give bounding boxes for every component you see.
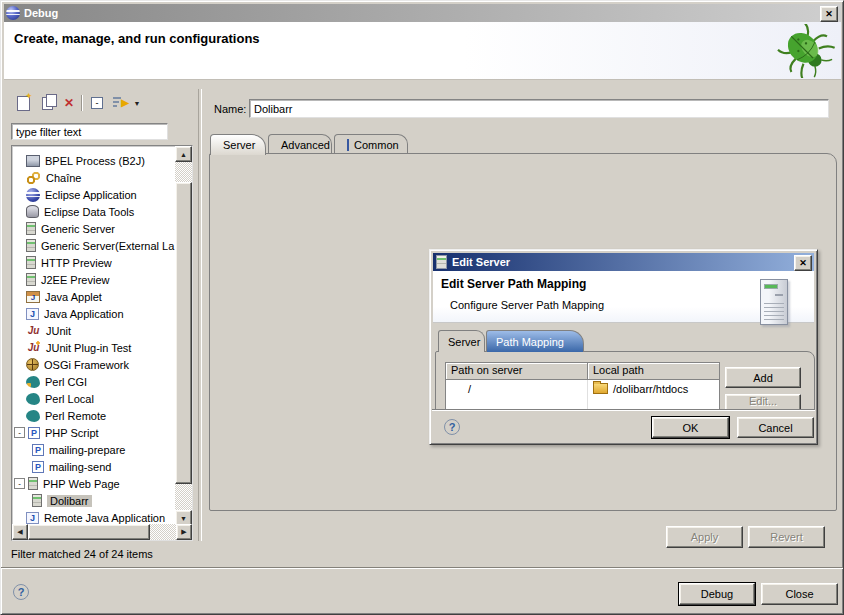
close-window-icon[interactable]: ✕	[820, 6, 838, 22]
column-header-path-on-server[interactable]: Path on server	[446, 363, 588, 380]
configurations-tree: BPEL Process (B2J) Chaîne Eclipse Applic…	[11, 145, 193, 541]
collapse-all-icon: -	[91, 97, 103, 109]
tree-item-chaine[interactable]: Chaîne	[14, 169, 176, 186]
tab-server[interactable]: Server	[210, 134, 266, 155]
tree-item-eclipse-data-tools[interactable]: Eclipse Data Tools	[14, 203, 176, 220]
path-mapping-content: Path on server Local path / /dolibarr/ht…	[430, 351, 819, 409]
tree-item-http-preview[interactable]: HTTP Preview	[14, 254, 176, 271]
help-icon[interactable]: ?	[444, 419, 460, 435]
filter-input[interactable]	[11, 123, 168, 140]
ok-button[interactable]: OK	[652, 417, 729, 438]
close-button[interactable]: Close	[761, 583, 838, 605]
apply-button[interactable]: Apply	[666, 526, 743, 548]
scrollbar-thumb[interactable]	[175, 182, 192, 484]
tree-item-label: Generic Server	[41, 223, 115, 235]
tree-item-label: Perl Remote	[45, 410, 106, 422]
perl-cgi-icon	[26, 376, 40, 388]
php-icon: P	[28, 427, 40, 439]
collapse-expander-icon[interactable]: -	[14, 478, 25, 489]
new-configuration-button[interactable]: ✦	[13, 93, 33, 113]
tree-item-bpel-process[interactable]: BPEL Process (B2J)	[14, 152, 176, 169]
debug-button[interactable]: Debug	[679, 583, 755, 605]
tree-item-java-application[interactable]: JJava Application	[14, 305, 176, 322]
tab-label: Path Mapping	[496, 336, 564, 348]
php-icon: P	[32, 461, 44, 473]
add-mapping-button[interactable]: Add	[725, 367, 801, 388]
folder-icon	[593, 383, 608, 394]
tree-item-mailing-send[interactable]: Pmailing-send	[14, 458, 193, 475]
duplicate-configuration-button[interactable]	[37, 93, 57, 113]
filter-button[interactable]: ▶	[109, 93, 131, 113]
tree-item-label: JUnit	[46, 325, 71, 337]
tree-item-junit-plugin-test[interactable]: JuJUnit Plug-in Test	[14, 339, 176, 356]
table-row[interactable]: / /dolibarr/htdocs	[446, 380, 719, 397]
close-dialog-icon[interactable]: ✕	[794, 255, 812, 271]
tab-common[interactable]: Common	[334, 134, 408, 154]
collapse-all-button[interactable]: -	[87, 93, 107, 113]
tree-item-label: mailing-send	[49, 461, 111, 473]
tree-horizontal-scrollbar[interactable]: ◀ ▶	[12, 524, 192, 540]
edit-mapping-button[interactable]: Edit...	[725, 394, 801, 409]
toolbar-separator	[81, 95, 83, 111]
edit-server-heading: Edit Server Path Mapping	[441, 277, 586, 291]
scroll-left-icon[interactable]: ◀	[12, 524, 28, 540]
scroll-right-icon[interactable]: ▶	[176, 524, 192, 540]
tree-item-generic-server[interactable]: Generic Server	[14, 220, 176, 237]
tree-item-label: Java Application	[44, 308, 124, 320]
tree-item-dolibarr[interactable]: Dolibarr	[14, 492, 193, 509]
scrollbar-track[interactable]	[175, 484, 192, 510]
title-bar[interactable]: Debug ✕	[4, 4, 841, 22]
filter-status-text: Filter matched 24 of 24 items	[11, 548, 153, 560]
panel-sash[interactable]	[198, 89, 202, 541]
scroll-up-icon[interactable]: ▲	[175, 146, 192, 162]
junit-plugin-icon: Ju	[26, 341, 41, 354]
tree-item-php-script[interactable]: -PPHP Script	[14, 424, 176, 441]
tree-item-perl-remote[interactable]: Perl Remote	[14, 407, 176, 424]
scrollbar-thumb[interactable]	[28, 524, 150, 540]
database-icon	[26, 205, 39, 218]
server-path-cell: /	[446, 380, 588, 397]
tree-item-perl-local[interactable]: Perl Local	[14, 390, 176, 407]
eclipse-icon	[6, 6, 20, 20]
cancel-button[interactable]: Cancel	[737, 417, 814, 438]
tree-item-java-applet[interactable]: JJava Applet	[14, 288, 176, 305]
tree-item-label: Eclipse Application	[45, 189, 137, 201]
tab-server-settings[interactable]: Server	[438, 330, 485, 352]
dialog-button-separator	[432, 409, 815, 411]
tab-path-mapping[interactable]: Path Mapping	[486, 330, 584, 352]
tree-item-php-web-page[interactable]: -PHP Web Page	[14, 475, 176, 492]
tab-label: Common	[354, 139, 399, 151]
scrollbar-track[interactable]	[150, 524, 176, 540]
star-glyph: ✦	[25, 91, 33, 101]
server-icon	[28, 477, 38, 490]
tree-item-mailing-prepare[interactable]: Pmailing-prepare	[14, 441, 193, 458]
tree-item-perl-cgi[interactable]: Perl CGI	[14, 373, 176, 390]
perl-icon	[26, 410, 40, 422]
tree-vertical-scrollbar[interactable]: ▲ ▼	[175, 146, 192, 526]
tree-item-j2ee-preview[interactable]: J2EE Preview	[14, 271, 176, 288]
tree-item-junit[interactable]: JuJUnit	[14, 322, 176, 339]
tree-item-osgi-framework[interactable]: OSGi Framework	[14, 356, 176, 373]
osgi-icon	[26, 358, 39, 371]
tree-item-eclipse-application[interactable]: Eclipse Application	[14, 186, 176, 203]
tree-item-label: Remote Java Application	[44, 512, 165, 524]
delete-configuration-button[interactable]: ✕	[59, 93, 79, 113]
column-header-local-path[interactable]: Local path	[588, 363, 719, 380]
revert-button[interactable]: Revert	[748, 526, 825, 548]
collapse-expander-icon[interactable]: -	[14, 427, 25, 438]
name-label: Name:	[214, 103, 246, 115]
tab-advanced[interactable]: Advanced	[268, 134, 332, 154]
name-input[interactable]	[249, 99, 829, 118]
edit-server-dialog: Edit Server ✕ Edit Server Path Mapping C…	[429, 249, 818, 445]
help-icon[interactable]: ?	[13, 584, 29, 600]
edit-server-title-bar[interactable]: Edit Server ✕	[433, 253, 814, 271]
scrollbar-track[interactable]	[175, 162, 192, 182]
footer-separator	[1, 567, 844, 569]
tree-item-label: PHP Script	[45, 427, 99, 439]
toolbar-menu-button[interactable]: ▼	[131, 93, 143, 113]
bug-icon	[777, 24, 835, 78]
bpel-process-icon	[26, 155, 40, 167]
server-icon	[26, 239, 36, 252]
duplicate-icon	[42, 97, 53, 110]
tree-item-generic-server-external[interactable]: Generic Server(External La	[14, 237, 176, 254]
